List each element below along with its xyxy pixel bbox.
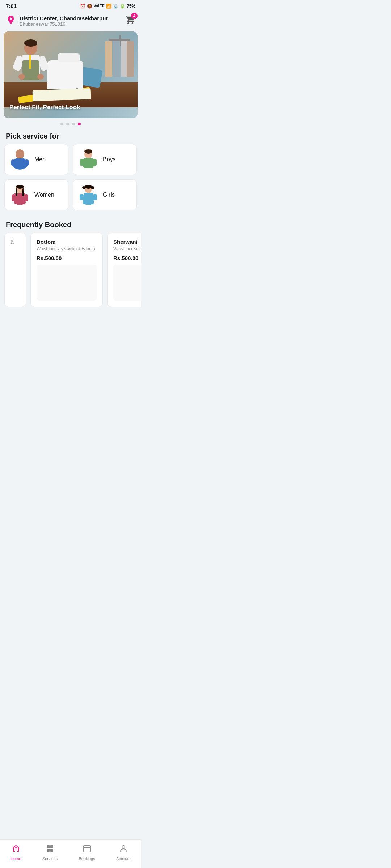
service-card-boys[interactable]: Boys xyxy=(73,144,137,175)
banner-scene: Perfect Fit, Perfect Look xyxy=(4,31,138,118)
machine-arm xyxy=(58,53,80,62)
dot-1[interactable] xyxy=(60,123,63,125)
svg-point-29 xyxy=(91,186,94,189)
svg-rect-15 xyxy=(80,159,84,166)
svg-rect-25 xyxy=(80,194,84,200)
sewing-machine xyxy=(47,60,83,89)
freq-card-1-image xyxy=(113,265,141,301)
location-pin-icon xyxy=(6,15,16,27)
cloth-4 xyxy=(127,41,134,77)
freq-card-0-subtitle: Waist Increase(without Fabric) xyxy=(37,246,97,251)
avatar-girls xyxy=(78,185,98,205)
service-label-boys: Boys xyxy=(103,156,116,163)
battery-icon: 🔋 xyxy=(120,4,125,9)
clothes-rack xyxy=(105,35,134,93)
svg-rect-16 xyxy=(93,159,97,166)
freq-card-bottom[interactable]: Bottom Waist Increase(without Fabric) Rs… xyxy=(30,233,103,307)
cloth-2 xyxy=(113,41,120,77)
svg-rect-14 xyxy=(83,158,94,168)
status-icons: ⏰ 🔕 VoLTE 📶 📡 🔋 75% xyxy=(80,4,135,9)
avatar-boys xyxy=(78,149,98,170)
svg-rect-8 xyxy=(29,55,31,69)
frequently-booked-title: Frequently Booked xyxy=(0,216,141,233)
service-label-girls: Girls xyxy=(103,192,115,198)
battery-level: 75% xyxy=(127,4,135,9)
banner-caption: Perfect Fit, Perfect Look xyxy=(9,104,80,111)
header: District Center, Chandrasekharpur Bhuban… xyxy=(0,12,141,31)
freq-card-1-title: Sherwani xyxy=(113,239,141,245)
header-left: District Center, Chandrasekharpur Bhuban… xyxy=(6,15,108,27)
location-text: District Center, Chandrasekharpur Bhuban… xyxy=(20,15,108,27)
status-time: 7:01 xyxy=(6,3,17,9)
freq-card-1-price: Rs.500.00 xyxy=(113,255,141,261)
svg-rect-26 xyxy=(93,194,97,200)
service-grid: Men Boys xyxy=(0,144,141,210)
svg-rect-11 xyxy=(11,159,15,168)
freq-card-0-price: Rs.500.00 xyxy=(37,255,97,261)
service-card-women[interactable]: Women xyxy=(4,179,68,210)
carousel-dots xyxy=(0,123,141,125)
tailor-figure xyxy=(11,39,51,97)
svg-rect-10 xyxy=(14,158,26,170)
dot-2[interactable] xyxy=(66,123,69,125)
svg-rect-20 xyxy=(24,194,28,201)
signal-icon: 📡 xyxy=(113,4,118,9)
dot-4[interactable] xyxy=(78,123,81,125)
svg-point-7 xyxy=(37,74,44,80)
service-label-women: Women xyxy=(34,192,54,198)
svg-point-9 xyxy=(16,149,24,159)
pick-service-title: Pick service for xyxy=(0,128,141,144)
svg-rect-22 xyxy=(16,188,17,196)
rack-bar xyxy=(109,39,130,41)
service-card-girls[interactable]: Girls xyxy=(73,179,137,210)
cloth-1 xyxy=(105,41,112,77)
frequently-booked-section: Frequently Booked ric) Bottom Waist Incr… xyxy=(0,210,141,307)
wifi-icon: 📶 xyxy=(106,4,112,9)
service-card-men[interactable]: Men xyxy=(4,144,68,175)
svg-point-1 xyxy=(24,39,37,47)
freq-card-sherwani[interactable]: Sherwani Waist Increase(without Fabric) … xyxy=(107,233,141,307)
service-label-men: Men xyxy=(34,156,46,163)
partial-label: ric) xyxy=(10,239,15,244)
freq-card-1-subtitle: Waist Increase(without Fabric) xyxy=(113,246,141,251)
svg-rect-12 xyxy=(25,159,29,168)
freq-card-0-title: Bottom xyxy=(37,239,97,245)
frequently-booked-scroll[interactable]: ric) Bottom Waist Increase(without Fabri… xyxy=(0,233,141,307)
avatar-men xyxy=(10,149,30,170)
freq-partial-card[interactable]: ric) xyxy=(4,233,26,307)
location-subtitle: Bhubaneswar 751016 xyxy=(20,21,108,27)
alarm-icon: ⏰ xyxy=(80,4,85,9)
banner: Perfect Fit, Perfect Look xyxy=(4,31,138,118)
volte-icon: VoLTE xyxy=(94,4,105,8)
svg-point-28 xyxy=(82,186,86,189)
dot-3[interactable] xyxy=(72,123,75,125)
cart-badge: 4 xyxy=(131,13,138,19)
mute-icon: 🔕 xyxy=(87,4,92,9)
cart-button[interactable]: 4 xyxy=(125,15,135,27)
freq-card-0-image xyxy=(37,265,97,301)
location-title: District Center, Chandrasekharpur xyxy=(20,15,108,21)
avatar-women xyxy=(10,185,30,205)
svg-point-6 xyxy=(18,74,25,80)
svg-rect-19 xyxy=(12,194,16,201)
svg-rect-23 xyxy=(22,188,24,196)
cutting-paper xyxy=(33,88,91,101)
status-bar: 7:01 ⏰ 🔕 VoLTE 📶 📡 🔋 75% xyxy=(0,0,141,12)
